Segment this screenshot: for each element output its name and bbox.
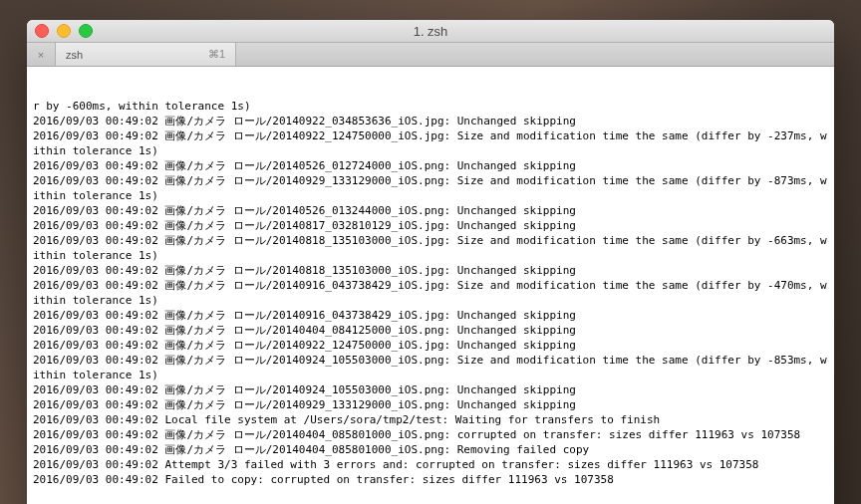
minimize-window-button[interactable] [57,24,71,38]
log-line: 2016/09/03 00:49:02 画像/カメラ ロール/20140922_… [33,114,828,128]
close-icon: × [38,49,44,61]
log-line: r by -600ms, within tolerance 1s) [33,99,828,114]
tab-close-button[interactable]: × [27,43,56,66]
close-window-button[interactable] [35,24,49,38]
log-line: 2016/09/03 00:49:02 画像/カメラ ロール/20140929_… [33,397,828,412]
log-line: 2016/09/03 00:49:02 画像/カメラ ロール/20140922_… [33,128,828,158]
log-line: 2016/09/03 00:49:02 画像/カメラ ロール/20140924_… [33,382,828,397]
window-title: 1. zsh [27,24,834,39]
log-line: 2016/09/03 00:49:02 画像/カメラ ロール/20140916_… [33,278,828,308]
log-line: 2016/09/03 00:49:02 画像/カメラ ロール/20140526_… [33,158,828,173]
log-line: 2016/09/03 00:49:02 画像/カメラ ロール/20140929_… [33,173,828,203]
log-line: 2016/09/03 00:49:02 画像/カメラ ロール/20140818_… [33,233,828,263]
zoom-window-button[interactable] [79,24,93,38]
log-line: 2016/09/03 00:49:02 画像/カメラ ロール/20140922_… [33,338,828,353]
tab-shortcut: ⌘1 [208,48,225,61]
log-line: 2016/09/03 00:49:02 Failed to copy: corr… [33,472,828,487]
log-line: 2016/09/03 00:49:02 Local file system at… [33,412,828,427]
terminal-output[interactable]: r by -600ms, within tolerance 1s)2016/09… [27,67,834,504]
log-line: 2016/09/03 00:49:02 画像/カメラ ロール/20140817_… [33,218,828,233]
log-line: 2016/09/03 00:49:02 画像/カメラ ロール/20140916_… [33,308,828,323]
log-line: 2016/09/03 00:49:02 画像/カメラ ロール/20140404_… [33,323,828,338]
log-line: 2016/09/03 00:49:02 画像/カメラ ロール/20140924_… [33,353,828,382]
tab-zsh[interactable]: zsh ⌘1 [56,43,236,66]
log-line: 2016/09/03 00:49:02 Attempt 3/3 failed w… [33,457,828,472]
log-line: 2016/09/03 00:49:02 画像/カメラ ロール/20140526_… [33,203,828,218]
terminal-window: 1. zsh × zsh ⌘1 r by -600ms, within tole… [27,20,834,504]
tab-bar: × zsh ⌘1 [27,43,834,67]
traffic-lights [27,24,93,38]
log-line: 2016/09/03 00:49:02 画像/カメラ ロール/20140404_… [33,442,828,457]
titlebar[interactable]: 1. zsh [27,20,834,43]
tab-label: zsh [66,49,83,61]
log-line: 2016/09/03 00:49:02 画像/カメラ ロール/20140818_… [33,263,828,278]
log-line: 2016/09/03 00:49:02 画像/カメラ ロール/20140404_… [33,427,828,442]
